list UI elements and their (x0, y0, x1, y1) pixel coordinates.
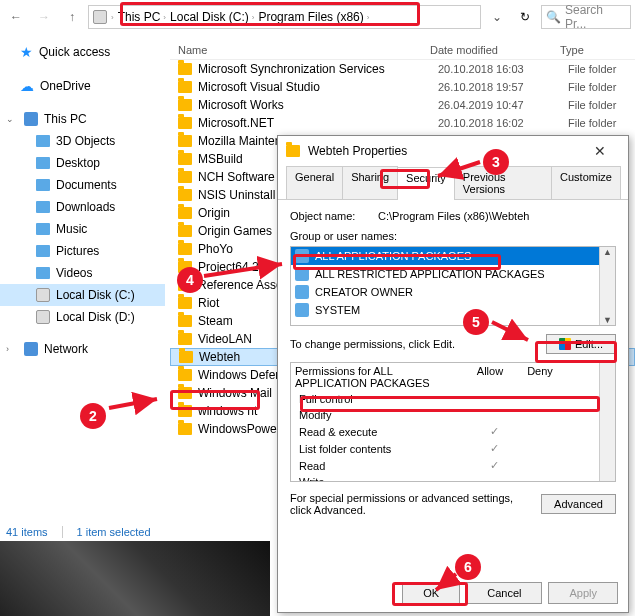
nav-item[interactable]: Music (0, 218, 165, 240)
folder-icon (286, 145, 300, 157)
this-pc[interactable]: ⌄This PC (0, 108, 165, 130)
object-name-label: Object name: (290, 210, 370, 222)
advanced-button[interactable]: Advanced (541, 494, 616, 514)
folder-icon (36, 157, 50, 169)
disk-icon (36, 310, 50, 324)
folder-icon (178, 279, 192, 291)
col-name[interactable]: Name (170, 44, 430, 56)
crumb-local-disk-c[interactable]: Local Disk (C:)› (170, 10, 254, 24)
chevron-right-icon[interactable]: › (6, 344, 16, 354)
address-bar: ← → ↑ › This PC› Local Disk (C:)› Progra… (0, 2, 635, 32)
folder-icon (36, 267, 50, 279)
onedrive[interactable]: ☁OneDrive (0, 74, 165, 98)
annotation-arrow (105, 395, 165, 421)
tab-security[interactable]: Security (397, 167, 455, 200)
ok-button[interactable]: OK (402, 582, 460, 604)
perm-header: Permissions for ALL APPLICATION PACKAGES (295, 365, 465, 389)
chevron-right-icon: › (111, 13, 114, 22)
apply-button[interactable]: Apply (548, 582, 618, 604)
folder-icon (178, 333, 192, 345)
nav-item[interactable]: Pictures (0, 240, 165, 262)
cancel-button[interactable]: Cancel (466, 582, 542, 604)
permission-row: Full control (291, 391, 615, 407)
folder-icon (178, 225, 192, 237)
folder-icon (36, 223, 50, 235)
tab-previous-versions[interactable]: Previous Versions (454, 166, 552, 199)
col-type[interactable]: Type (560, 44, 630, 56)
edit-button[interactable]: Edit... (546, 334, 616, 354)
col-date[interactable]: Date modified (430, 44, 560, 56)
folder-icon (178, 63, 192, 75)
tab-general[interactable]: General (286, 166, 343, 199)
search-icon: 🔍 (546, 10, 561, 24)
close-button[interactable]: ✕ (580, 143, 620, 159)
svg-line-0 (109, 399, 157, 408)
search-input[interactable]: 🔍 Search Pr... (541, 5, 631, 29)
folder-icon (178, 243, 192, 255)
tab-sharing[interactable]: Sharing (342, 166, 398, 199)
network-icon (24, 342, 38, 356)
nav-item[interactable]: Desktop (0, 152, 165, 174)
allow-header: Allow (465, 365, 515, 389)
check-icon: ✓ (469, 442, 519, 455)
scrollbar[interactable] (599, 247, 615, 325)
navigation-tree: ★Quick access ☁OneDrive ⌄This PC 3D Obje… (0, 40, 165, 360)
check-icon: ✓ (469, 459, 519, 472)
item-count: 41 items (6, 526, 48, 538)
group-list[interactable]: ALL APPLICATION PACKAGESALL RESTRICTED A… (290, 246, 616, 326)
permissions-list[interactable]: Permissions for ALL APPLICATION PACKAGES… (290, 362, 616, 482)
up-button[interactable]: ↑ (60, 5, 84, 29)
quick-access[interactable]: ★Quick access (0, 40, 165, 64)
folder-row[interactable]: Microsoft Works26.04.2019 10:47File fold… (170, 96, 635, 114)
tab-customize[interactable]: Customize (551, 166, 621, 199)
folder-icon (178, 369, 192, 381)
breadcrumb[interactable]: › This PC› Local Disk (C:)› Program File… (88, 5, 481, 29)
group-label: Group or user names: (290, 230, 616, 242)
back-button[interactable]: ← (4, 5, 28, 29)
permission-row: List folder contents✓ (291, 440, 615, 457)
folder-icon (178, 423, 192, 435)
nav-item[interactable]: 3D Objects (0, 130, 165, 152)
nav-item[interactable]: Local Disk (C:) (0, 284, 165, 306)
folder-icon (178, 135, 192, 147)
nav-item[interactable]: Local Disk (D:) (0, 306, 165, 328)
cloud-icon: ☁ (20, 78, 34, 94)
folder-row[interactable]: Microsoft Visual Studio26.10.2018 19:57F… (170, 78, 635, 96)
status-bar: 41 items 1 item selected (6, 526, 151, 538)
annotation-step-2: 2 (80, 403, 106, 429)
chevron-down-icon[interactable]: ⌄ (6, 114, 16, 124)
network[interactable]: ›Network (0, 338, 165, 360)
crumb-program-files-x86[interactable]: Program Files (x86)› (258, 10, 369, 24)
refresh-button[interactable]: ↻ (513, 5, 537, 29)
dialog-tabs: GeneralSharingSecurityPrevious VersionsC… (278, 166, 628, 200)
forward-button[interactable]: → (32, 5, 56, 29)
group-icon (295, 267, 309, 281)
breadcrumb-dropdown[interactable]: ⌄ (485, 5, 509, 29)
folder-icon (178, 153, 192, 165)
folder-icon (36, 179, 50, 191)
group-item[interactable]: ALL RESTRICTED APPLICATION PACKAGES (291, 265, 615, 283)
tab-body: Object name: C:\Program Files (x86)\Webt… (278, 200, 628, 526)
column-headers[interactable]: Name Date modified Type (170, 40, 635, 60)
advanced-hint: For special permissions or advanced sett… (290, 492, 533, 516)
group-item[interactable]: ALL APPLICATION PACKAGES (291, 247, 615, 265)
dialog-titlebar[interactable]: Webteh Properties ✕ (278, 136, 628, 166)
nav-item[interactable]: Documents (0, 174, 165, 196)
folder-icon (178, 405, 192, 417)
folder-row[interactable]: Microsoft Synchronization Services20.10.… (170, 60, 635, 78)
permission-row: Read✓ (291, 457, 615, 474)
properties-dialog: Webteh Properties ✕ GeneralSharingSecuri… (277, 135, 629, 613)
scrollbar[interactable] (599, 363, 615, 481)
crumb-this-pc[interactable]: This PC› (118, 10, 166, 24)
folder-icon (178, 81, 192, 93)
nav-item[interactable]: Downloads (0, 196, 165, 218)
search-placeholder: Search Pr... (565, 3, 626, 31)
permission-row: Modify (291, 407, 615, 423)
group-item[interactable]: SYSTEM (291, 301, 615, 319)
folder-row[interactable]: Microsoft.NET20.10.2018 16:02File folder (170, 114, 635, 132)
folder-icon (178, 297, 192, 309)
nav-item[interactable]: Videos (0, 262, 165, 284)
preview-pane (0, 541, 270, 616)
group-item[interactable]: CREATOR OWNER (291, 283, 615, 301)
folder-icon (179, 351, 193, 363)
